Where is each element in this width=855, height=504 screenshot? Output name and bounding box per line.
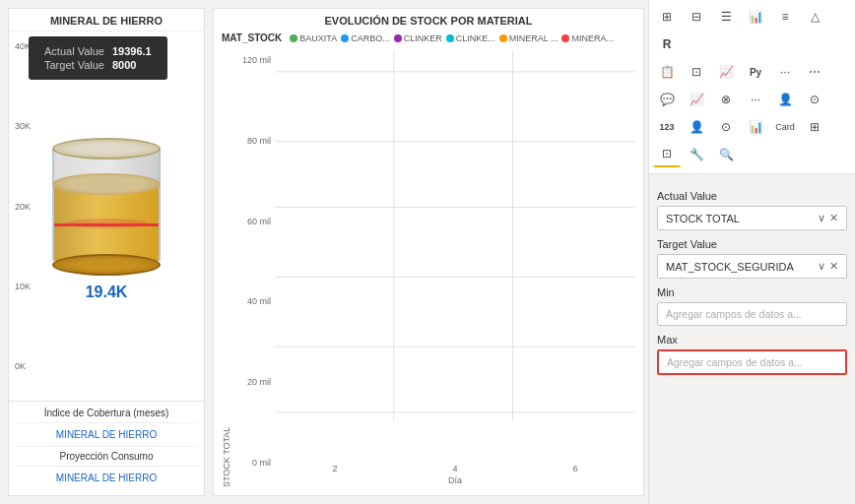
icon-btn-list[interactable]: ☰ [712,4,740,30]
y-0: 0 mil [233,458,271,468]
y-80: 80 mil [233,136,271,146]
close-icon-actual[interactable]: ✕ [829,212,838,224]
icon-btn-grid2[interactable]: ⊞ [801,114,828,140]
tooltip-target-label: Target Value [40,58,108,72]
icon-btn-person2[interactable]: 👤 [683,114,710,140]
legend-bauxita: BAUXITA [290,33,337,43]
x-axis-title: Día [275,475,635,487]
legend-label-clinker: CLINKER [404,33,442,43]
coverage-sublabel: MINERAL DE HIERRO [15,429,198,440]
target-value-text: MAT_STOCK_SEGURIDA [666,261,794,273]
icon-btn-paint[interactable]: 🔧 [683,142,710,167]
x-label-2: 2 [332,464,337,473]
icon-btn-table[interactable]: ⊟ [683,4,710,30]
gauge-red-line [54,223,159,226]
chart-area: STOCK TOTAL 120 mil 80 mil 60 mil 40 mil… [214,47,643,495]
icon-btn-ellipsis[interactable]: ··· [742,87,769,112]
icon-btn-chart3[interactable]: 📈 [683,87,710,112]
target-value-label: Target Value [657,238,847,250]
gauge-bottom-ellipse [52,254,161,276]
icon-row-5: ⊡ 🔧 🔍 [653,142,851,167]
y-label-0k: 0K [15,361,31,371]
icon-btn-123[interactable]: 123 [653,114,681,140]
target-value-field[interactable]: MAT_STOCK_SEGURIDA ∨ ✕ [657,254,847,279]
legend-mineral2: MINERA... [561,33,614,43]
icon-btn-grid[interactable]: ⊞ [653,4,681,30]
y-label-30k: 30K [15,121,31,131]
projection-label: Proyección Consumo [15,451,198,462]
y-40: 40 mil [233,296,271,306]
icon-btn-chart2[interactable]: 📈 [712,59,740,85]
chart-title: EVOLUCIÓN DE STOCK POR MATERIAL [214,9,643,31]
icon-btn-dots[interactable]: ··· [771,59,799,85]
projection-sublabel: MINERAL DE HIERRO [15,472,198,483]
y-label-10k: 10K [15,282,31,291]
chevron-down-icon-target[interactable]: ∨ [818,260,825,273]
legend-dot-carbo [341,34,349,42]
chart-legend: MAT_STOCK BAUXITA CARBO... CLINKER CLINK… [214,31,643,47]
coverage-row: Índice de Cobertura (meses) MINERAL DE H… [15,408,198,440]
icon-toolbar: ⊞ ⊟ ☰ 📊 ≡ △ R 📋 ⊡ 📈 Py ··· ⋯ 💬 📈 ⊗ ··· [649,0,855,174]
y-axis-labels: 120 mil 80 mil 60 mil 40 mil 20 mil 0 mi… [233,51,275,487]
max-field[interactable]: Agregar campos de datos a... [657,349,847,375]
gauge-tooltip: Actual Value 19396.1 Target Value 8000 [29,36,167,80]
chart-svg [275,51,635,462]
target-value-icons: ∨ ✕ [818,260,838,273]
min-field[interactable]: Agregar campos de datos a... [657,302,847,326]
icon-btn-gauge-active[interactable]: ⊡ [653,142,681,167]
actual-value-field[interactable]: STOCK TOTAL ∨ ✕ [657,206,847,230]
icon-btn-bar[interactable]: 📊 [742,4,769,30]
settings-content: Actual Value STOCK TOTAL ∨ ✕ Target Valu… [649,174,855,504]
legend-clinker: CLINKER [394,33,442,43]
icon-row-3: 💬 📈 ⊗ ··· 👤 ⊙ [653,87,851,112]
icon-btn-triangle[interactable]: △ [801,4,828,30]
gauge-area: 40K 30K 20K 10K 0K Actual Value 19396.1 … [9,32,204,401]
min-placeholder: Agregar campos de datos a... [666,308,802,320]
icon-btn-lines[interactable]: ≡ [771,4,799,30]
icon-btn-circle[interactable]: ⊙ [712,114,740,140]
projection-row: Proyección Consumo MINERAL DE HIERRO [15,451,198,483]
legend-label-clinke2: CLINKE... [456,33,495,43]
legend-label-mineral2: MINERA... [571,33,614,43]
chevron-down-icon[interactable]: ∨ [818,212,825,224]
icon-btn-clipboard[interactable]: 📋 [653,59,681,85]
icon-row-2: 📋 ⊡ 📈 Py ··· ⋯ [653,59,851,85]
icon-btn-more[interactable]: ⋯ [801,59,828,85]
icon-btn-search[interactable]: 🔍 [712,142,740,167]
icon-btn-py[interactable]: Py [742,59,769,85]
icon-btn-square[interactable]: ⊡ [683,59,710,85]
close-icon-target[interactable]: ✕ [829,260,838,273]
icon-btn-r[interactable]: R [653,32,681,57]
legend-dot-mineral2 [561,34,569,42]
left-panel: MINERAL DE HIERRO 40K 30K 20K 10K 0K Act… [8,8,205,496]
x-label-4: 4 [452,464,457,473]
min-label: Min [657,286,847,298]
actual-value-icons: ∨ ✕ [818,212,838,224]
gauge-liquid-surface [52,173,161,195]
icon-btn-card[interactable]: Card [771,114,799,140]
legend-carbo: CARBO... [341,33,390,43]
legend-dot-clinke2 [446,34,454,42]
y-label-20k: 20K [15,202,31,212]
legend-prefix: MAT_STOCK [222,32,282,43]
coverage-label: Índice de Cobertura (meses) [15,408,198,418]
actual-value-text: STOCK TOTAL [666,213,740,224]
chart-plot-area: 2 4 6 Día [275,51,635,487]
icon-btn-cross[interactable]: ⊗ [712,87,740,112]
x-axis: 2 4 6 [275,462,635,475]
right-panel: ⊞ ⊟ ☰ 📊 ≡ △ R 📋 ⊡ 📈 Py ··· ⋯ 💬 📈 ⊗ ··· [648,0,855,504]
gauge-body [52,148,161,261]
legend-label-carbo: CARBO... [351,33,390,43]
icon-btn-dial[interactable]: ⊙ [801,87,828,112]
legend-label-bauxita: BAUXITA [299,33,337,43]
tooltip-actual-label: Actual Value [40,44,108,58]
icon-btn-chat[interactable]: 💬 [653,87,681,112]
y-20: 20 mil [233,377,271,387]
gauge-top-ellipse [52,138,161,159]
legend-clinke2: CLINKE... [446,33,495,43]
y-120: 120 mil [233,55,271,65]
gauge-bottom-info: Índice de Cobertura (meses) MINERAL DE H… [9,401,204,495]
icon-btn-chart4[interactable]: 📊 [742,114,769,140]
legend-dot-clinker [394,34,402,42]
icon-btn-person[interactable]: 👤 [771,87,799,112]
